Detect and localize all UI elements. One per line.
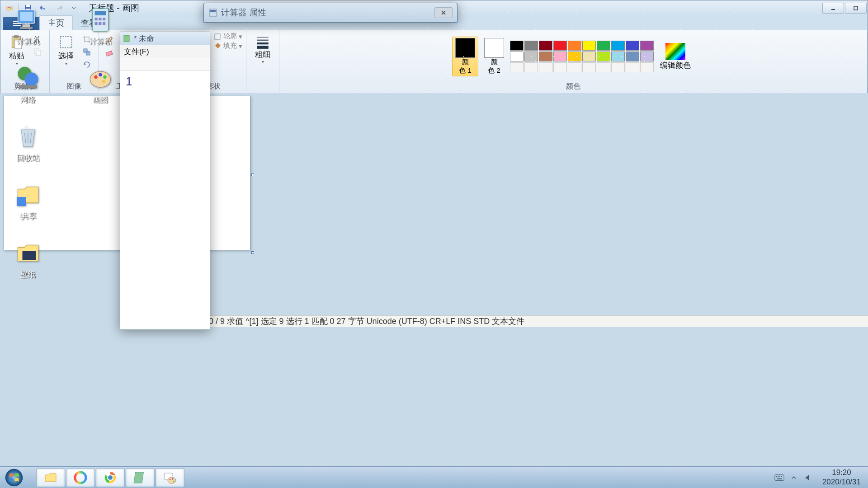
- desktop-label: 网络: [20, 94, 36, 105]
- svg-point-16: [94, 75, 98, 79]
- svg-rect-7: [99, 18, 101, 20]
- tray-volume[interactable]: [803, 473, 813, 483]
- notepad-icon: [123, 34, 131, 42]
- resize-handle-e[interactable]: [251, 174, 254, 176]
- notepad-titlebar[interactable]: * 未命: [120, 32, 210, 45]
- svg-rect-14: [19, 85, 37, 89]
- dialog-title: 计算器 属性: [221, 7, 266, 19]
- desktop-icons: 计算机 计算器 网络 画图 回收站 !共享 壁纸: [5, 5, 123, 280]
- svg-point-18: [103, 75, 107, 79]
- keyboard-icon: [774, 474, 784, 481]
- taskbar: 19:20 2020/10/31: [0, 466, 868, 488]
- chrome-icon: [103, 470, 118, 485]
- svg-rect-2: [23, 24, 31, 27]
- svg-rect-21: [23, 251, 36, 260]
- svg-point-69: [170, 479, 171, 480]
- line-number: 1: [126, 75, 132, 88]
- svg-point-65: [108, 475, 113, 480]
- desktop-icon-computer[interactable]: 计算机: [5, 5, 51, 47]
- desktop-label: 计算器: [89, 36, 112, 47]
- desktop-icon-recycle[interactable]: 回收站: [5, 122, 51, 163]
- svg-rect-24: [124, 35, 129, 42]
- paint-icon: [86, 64, 115, 93]
- taskbar-paint[interactable]: [156, 468, 184, 487]
- desktop-icon-calculator[interactable]: 计算器: [78, 5, 123, 47]
- taskbar-notepad[interactable]: [126, 468, 155, 487]
- svg-rect-75: [779, 476, 780, 477]
- start-button[interactable]: [0, 467, 28, 488]
- svg-rect-20: [17, 197, 26, 206]
- close-icon: [441, 10, 446, 15]
- dialog-titlebar[interactable]: 计算器 属性: [204, 3, 457, 22]
- svg-rect-66: [134, 472, 143, 483]
- taskbar-items: [36, 467, 184, 488]
- network-icon: [14, 64, 42, 93]
- folder-share-icon: [14, 180, 42, 209]
- system-tray: 19:20 2020/10/31: [774, 467, 868, 488]
- chevron-up-icon: [791, 475, 797, 480]
- tray-keyboard[interactable]: [774, 473, 784, 483]
- paint-icon: [163, 470, 177, 485]
- desktop-icon-wallpaper[interactable]: 壁纸: [5, 239, 51, 280]
- desktop-label: 计算机: [17, 36, 40, 47]
- browser-icon: [73, 470, 88, 485]
- windows-logo-icon: [5, 468, 24, 487]
- svg-rect-73: [776, 476, 777, 477]
- taskbar-browser1[interactable]: [66, 468, 95, 487]
- tray-chevron[interactable]: [789, 473, 799, 483]
- svg-rect-3: [20, 27, 33, 29]
- volume-icon: [804, 474, 812, 482]
- calculator-icon: [86, 5, 115, 34]
- svg-rect-72: [775, 474, 784, 480]
- properties-icon: [208, 8, 217, 17]
- notepad-toolbar: [120, 58, 210, 71]
- svg-point-13: [25, 73, 38, 86]
- notepad-title: * 未命: [134, 33, 154, 44]
- close-button[interactable]: [434, 7, 453, 18]
- svg-point-62: [5, 469, 23, 486]
- folder-icon: [43, 470, 58, 485]
- calculator-properties-dialog[interactable]: 计算器 属性: [203, 3, 458, 23]
- desktop-label: !共享: [19, 211, 37, 221]
- desktop-label: 画图: [93, 94, 108, 105]
- menu-file[interactable]: 文件(F): [124, 47, 149, 57]
- svg-rect-9: [95, 22, 98, 25]
- svg-rect-8: [103, 18, 105, 20]
- notepad-icon: [133, 470, 147, 485]
- svg-point-70: [172, 478, 174, 479]
- svg-rect-23: [210, 10, 216, 12]
- taskbar-explorer[interactable]: [36, 468, 65, 487]
- desktop-label: 回收站: [17, 153, 40, 163]
- date: 2020/10/31: [822, 478, 861, 487]
- svg-rect-77: [777, 478, 782, 479]
- svg-rect-10: [99, 22, 101, 25]
- recycle-bin-icon: [14, 122, 42, 151]
- computer-icon: [14, 5, 42, 34]
- notepad-body[interactable]: 1: [120, 71, 210, 92]
- svg-rect-11: [103, 22, 105, 25]
- svg-point-71: [173, 480, 175, 482]
- svg-point-63: [75, 472, 86, 483]
- desktop-label: 壁纸: [20, 269, 36, 280]
- folder-wallpaper-icon: [14, 239, 42, 267]
- time: 19:20: [822, 468, 861, 477]
- svg-rect-74: [778, 476, 778, 477]
- svg-rect-1: [20, 12, 33, 21]
- svg-rect-5: [95, 11, 106, 15]
- tray-clock[interactable]: 19:20 2020/10/31: [818, 468, 865, 487]
- svg-point-17: [99, 73, 102, 77]
- svg-point-68: [168, 477, 176, 483]
- svg-point-19: [102, 80, 106, 84]
- taskbar-chrome[interactable]: [96, 468, 125, 487]
- notepad-window[interactable]: * 未命 文件(F) 1: [120, 32, 210, 330]
- desktop-icon-paint[interactable]: 画图: [78, 64, 123, 105]
- svg-rect-76: [781, 476, 782, 477]
- notepad-statusbar: 行 1 / 1 列 10 / 9 字符 10 / 9 求值 ^[1] 选定 9 …: [120, 315, 868, 327]
- resize-handle-se[interactable]: [251, 251, 254, 254]
- notepad-menubar: 文件(F): [120, 45, 210, 58]
- svg-rect-6: [95, 18, 98, 20]
- desktop-icon-share[interactable]: !共享: [5, 180, 51, 221]
- desktop-icon-network[interactable]: 网络: [5, 64, 51, 105]
